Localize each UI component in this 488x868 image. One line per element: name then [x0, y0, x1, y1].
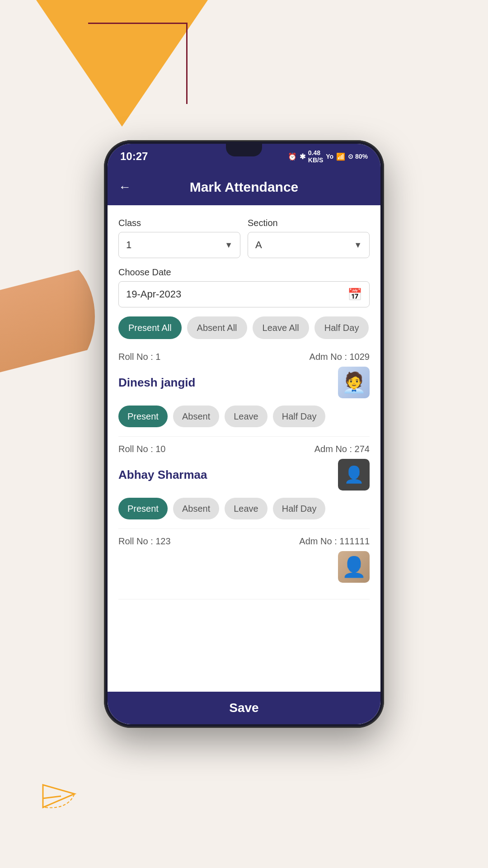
att-btn-half-day[interactable]: Half Day — [273, 498, 326, 519]
roll-number: Roll No : 10 — [118, 444, 166, 454]
bluetooth-icon: ✱ — [300, 152, 305, 161]
student-info-row: 👤 — [118, 551, 370, 583]
student-meta: Roll No : 1Adm No : 1029 — [118, 352, 370, 362]
action-btn-present-all[interactable]: Present All — [118, 316, 182, 339]
action-btn-half-day[interactable]: Half Day — [314, 316, 369, 339]
att-btn-leave[interactable]: Leave — [225, 498, 267, 519]
hand-decoration — [0, 253, 104, 389]
class-label: Class — [118, 218, 240, 228]
page-title: Mark Attendance — [140, 179, 348, 195]
student-info-row: Abhay Sharmaa👤 — [118, 459, 370, 491]
student-name: Dinesh jangid — [118, 376, 195, 390]
section-group: Section A ▼ — [248, 218, 370, 258]
class-value: 1 — [126, 239, 131, 251]
action-buttons-row: Present AllAbsent AllLeave AllHalf Day — [118, 316, 370, 341]
att-btn-present[interactable]: Present — [118, 498, 168, 519]
student-info-row: Dinesh jangid🧑‍💼 — [118, 367, 370, 398]
student-meta: Roll No : 10Adm No : 274 — [118, 444, 370, 454]
section-value: A — [255, 239, 262, 251]
save-button[interactable]: Save — [108, 692, 380, 724]
student-avatar: 🧑‍💼 — [338, 367, 370, 398]
student-card: Roll No : 1Adm No : 1029Dinesh jangid🧑‍💼… — [118, 352, 370, 437]
date-input[interactable]: 19-Apr-2023 📅 — [118, 281, 370, 307]
class-section-row: Class 1 ▼ Section A ▼ — [118, 218, 370, 258]
action-btn-absent-all[interactable]: Absent All — [187, 316, 247, 339]
section-select[interactable]: A ▼ — [248, 232, 370, 258]
signal-icon: 📶 — [336, 152, 345, 161]
att-btn-absent[interactable]: Absent — [173, 406, 219, 427]
phone-notch — [226, 144, 262, 156]
status-time: 10:27 — [120, 150, 148, 163]
battery-icon: ⊙ 80% — [348, 153, 368, 160]
student-avatar: 👤 — [338, 551, 370, 583]
data-speed: 0.48KB/S — [308, 149, 323, 164]
action-btn-leave-all[interactable]: Leave All — [253, 316, 309, 339]
bg-triangle-outline — [88, 23, 188, 104]
student-meta: Roll No : 123Adm No : 111111 — [118, 536, 370, 547]
roll-number: Roll No : 123 — [118, 536, 171, 547]
att-btn-absent[interactable]: Absent — [173, 498, 219, 519]
roll-number: Roll No : 1 — [118, 352, 160, 362]
save-label: Save — [229, 701, 258, 715]
calendar-icon: 📅 — [347, 288, 362, 302]
attendance-buttons: PresentAbsentLeaveHalf Day — [118, 498, 370, 519]
student-card: Roll No : 123Adm No : 111111👤 — [118, 536, 370, 599]
att-btn-present[interactable]: Present — [118, 406, 168, 427]
date-group: Choose Date 19-Apr-2023 📅 — [118, 267, 370, 307]
date-value: 19-Apr-2023 — [126, 288, 181, 300]
back-button[interactable]: ← — [118, 180, 131, 194]
adm-number: Adm No : 111111 — [299, 536, 370, 547]
date-label: Choose Date — [118, 267, 370, 278]
class-chevron-icon: ▼ — [225, 241, 233, 250]
network-icon: Yo — [326, 153, 333, 160]
attendance-buttons: PresentAbsentLeaveHalf Day — [118, 406, 370, 427]
att-btn-leave[interactable]: Leave — [225, 406, 267, 427]
phone-frame: 10:27 ⏰ ✱ 0.48KB/S Yo 📶 ⊙ 80% ← Mark Att… — [104, 140, 384, 728]
paper-plane-decoration — [41, 780, 77, 814]
class-group: Class 1 ▼ — [118, 218, 240, 258]
student-card: Roll No : 10Adm No : 274Abhay Sharmaa👤Pr… — [118, 444, 370, 529]
student-avatar: 👤 — [338, 459, 370, 491]
student-name: Abhay Sharmaa — [118, 468, 207, 482]
content-area: Class 1 ▼ Section A ▼ Choose Date — [108, 205, 380, 724]
adm-number: Adm No : 1029 — [310, 352, 370, 362]
adm-number: Adm No : 274 — [314, 444, 370, 454]
class-select[interactable]: 1 ▼ — [118, 232, 240, 258]
svg-line-1 — [43, 796, 61, 798]
app-header: ← Mark Attendance — [108, 169, 380, 205]
att-btn-half-day[interactable]: Half Day — [273, 406, 326, 427]
status-icons: ⏰ ✱ 0.48KB/S Yo 📶 ⊙ 80% — [288, 149, 368, 164]
students-list: Roll No : 1Adm No : 1029Dinesh jangid🧑‍💼… — [118, 352, 370, 599]
section-chevron-icon: ▼ — [354, 241, 362, 250]
alarm-icon: ⏰ — [288, 152, 297, 161]
section-label: Section — [248, 218, 370, 228]
